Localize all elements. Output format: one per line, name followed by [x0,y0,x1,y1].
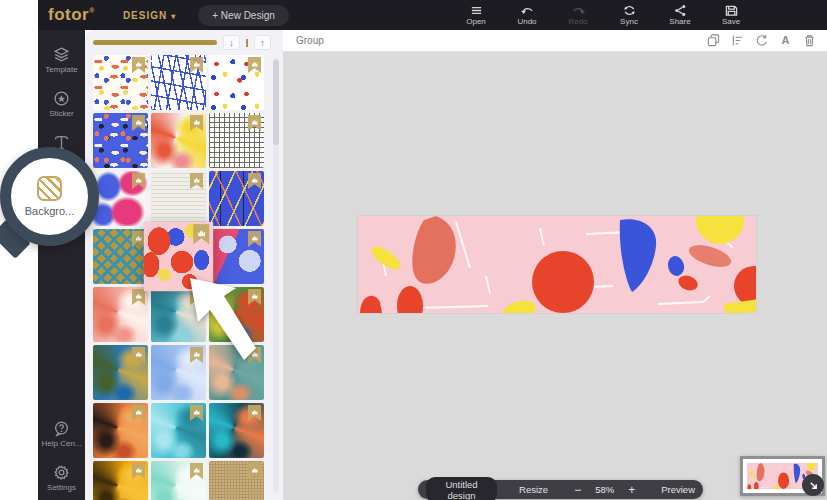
document-title-button[interactable]: Untitled design [426,477,497,500]
zoom-out-button[interactable]: − [574,483,581,497]
pattern-tile-blue-terrazzo[interactable] [93,113,148,168]
premium-badge-icon [132,347,145,363]
redo-icon [571,4,586,17]
pattern-tile-powder-blue-marble[interactable] [151,345,206,400]
background-icon [37,176,62,201]
pattern-tile-pink-blue-brush[interactable] [93,171,148,226]
pattern-tile-burlap[interactable] [209,461,264,500]
pattern-tile-rainbow-marble[interactable] [209,287,264,342]
premium-badge-icon [193,224,210,244]
open-icon [469,4,484,17]
preview-button[interactable]: Preview [661,484,695,495]
pattern-tile-teal-marble[interactable] [151,287,206,342]
fotor-logo: fotor® [48,5,95,25]
open-button[interactable]: Open [458,4,494,26]
canvas-toolbar: Group A [283,30,827,52]
transparency-button[interactable]: A [778,33,793,48]
transparency-icon: A [782,35,790,46]
rotate-icon [755,34,768,47]
canvas-area[interactable]: Group A [283,30,827,500]
undo-button[interactable]: Undo [509,4,545,26]
zoom-in-button[interactable]: + [628,483,635,497]
save-button[interactable]: Save [713,4,749,26]
pattern-tile-red-swirl-collage[interactable] [151,113,206,168]
premium-badge-icon [248,347,261,363]
new-design-button[interactable]: + New Design [198,5,289,26]
pattern-grid [85,55,283,500]
duplicate-button[interactable] [706,33,721,48]
share-button[interactable]: Share [662,4,698,26]
pattern-tile-blue-wavy-lines[interactable] [209,171,264,226]
arrange-icon [731,34,744,47]
arrange-button[interactable] [730,33,745,48]
topbar: fotor® DESIGN▾ + New Design Open Undo Re… [38,0,827,30]
sidebar-bottom: Help Cen... Settings [38,404,85,492]
delete-button[interactable] [802,33,817,48]
pattern-tile-mint-marble[interactable] [151,461,206,500]
pattern-tile-pale-stripes[interactable] [151,171,206,226]
sidebar-item-template[interactable]: Template [38,46,85,74]
background-tool-callout[interactable]: Backgro... [0,147,99,246]
divider [246,39,248,47]
premium-badge-icon [132,405,145,421]
premium-badge-icon [190,57,203,73]
premium-badge-icon [248,231,261,247]
arrow-down-right-icon [809,481,818,490]
rotate-button[interactable] [754,33,769,48]
pattern-tile-dark-teal-marble[interactable] [209,403,264,458]
pattern-tile-amber-blob[interactable] [93,461,148,500]
scroll-up-button[interactable]: ↑ [254,35,271,50]
pattern-tile-orange-black-marble[interactable] [93,403,148,458]
pattern-tile-micro-grid[interactable] [209,113,264,168]
pattern-tile-pink-abstract-shapes[interactable] [144,222,214,292]
background-pattern-panel: ↓ ↑ [85,30,283,500]
undo-icon [520,4,535,17]
pattern-tile-teal-peach-marble[interactable] [209,345,264,400]
resize-button[interactable]: Resize [519,484,548,495]
premium-badge-icon [248,115,261,131]
help-icon [53,420,70,437]
sync-icon [622,4,637,17]
topbar-actions: Open Undo Redo Sync Share Save [458,0,749,30]
pattern-tile-confetti-sparse[interactable] [209,55,264,110]
panel-scrollbar-thumb[interactable] [273,60,279,145]
premium-badge-icon [132,115,145,131]
premium-badge-icon [248,405,261,421]
panel-slider[interactable] [93,40,217,45]
pattern-tile-turquoise-marble[interactable] [151,403,206,458]
premium-badge-icon [132,173,145,189]
gear-icon [53,464,70,481]
redo-button[interactable]: Redo [560,4,596,26]
premium-badge-icon [190,115,203,131]
premium-badge-icon [248,289,261,305]
pattern-tile-coral-marble[interactable] [93,287,148,342]
bottom-toolbar: Untitled design Resize − 58% + Preview [418,480,703,499]
sidebar-item-help-center[interactable]: Help Cen... [38,420,85,448]
premium-badge-icon [132,463,145,479]
design-banner[interactable] [358,216,756,313]
selection-label: Group [296,35,324,46]
sidebar-item-settings[interactable]: Settings [38,464,85,492]
sticker-icon [53,90,70,107]
premium-badge-icon [190,347,203,363]
pattern-tile-gold-teal-zigzag[interactable] [93,229,148,284]
design-menu[interactable]: DESIGN▾ [123,10,176,21]
scroll-down-button[interactable]: ↓ [223,35,240,50]
zoom-level: 58% [595,484,614,495]
premium-badge-icon [190,463,203,479]
pattern-tile-blue-gold-marble[interactable] [93,345,148,400]
tool-sidebar: Template Sticker Text Help Cen... Settin… [38,30,85,500]
premium-badge-icon [132,57,145,73]
share-icon [673,4,688,17]
pattern-tile-pink-blue-circles[interactable] [209,229,264,284]
minimap[interactable] [740,456,825,496]
minimap-collapse-button[interactable] [802,474,824,496]
pattern-tile-confetti-dense[interactable] [93,55,148,110]
trash-icon [803,34,816,47]
save-icon [724,4,739,17]
sidebar-item-sticker[interactable]: Sticker [38,90,85,118]
background-label: Backgro... [25,205,75,217]
premium-badge-icon [132,289,145,305]
sync-button[interactable]: Sync [611,4,647,26]
pattern-tile-blue-crosshatch[interactable] [151,55,206,110]
